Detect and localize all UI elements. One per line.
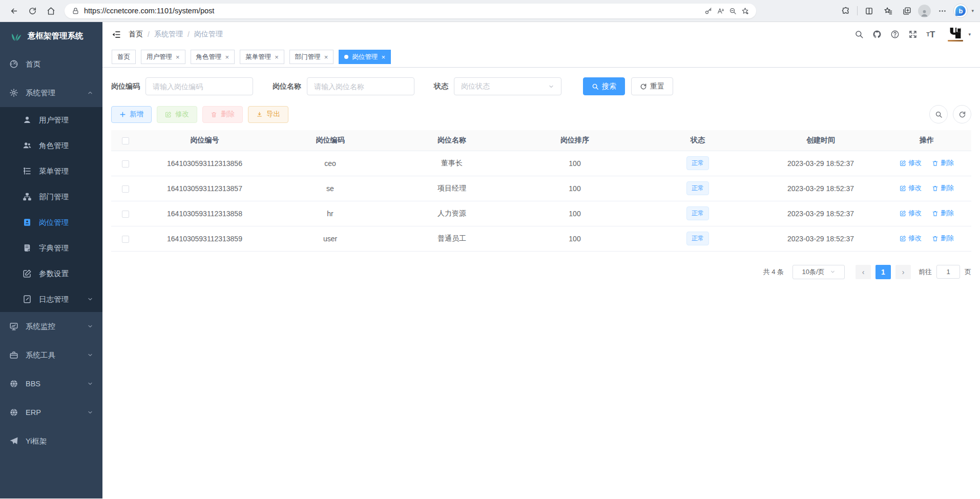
- row-edit-link[interactable]: 修改: [900, 209, 922, 218]
- edit-icon: [900, 235, 906, 242]
- trash-icon: [932, 235, 939, 242]
- col-created: 创建时间: [759, 130, 882, 151]
- github-icon[interactable]: [872, 30, 882, 39]
- zoom-out-icon[interactable]: [729, 7, 737, 15]
- bing-copilot-icon[interactable]: b: [953, 4, 968, 18]
- favorites-hub-icon[interactable]: [880, 3, 895, 18]
- prev-page-button[interactable]: ‹: [856, 265, 871, 279]
- active-dot: [344, 55, 348, 59]
- browser-settings-menu-icon[interactable]: [934, 3, 950, 18]
- password-key-icon[interactable]: [704, 7, 712, 15]
- row-delete-link[interactable]: 删除: [932, 234, 954, 243]
- sidebar-item-menu-mgmt[interactable]: 菜单管理: [0, 158, 102, 184]
- sidebar-item-yi-framework[interactable]: Yi框架: [0, 427, 102, 455]
- collections-icon[interactable]: [899, 3, 914, 18]
- table-row: 1641030593112313859 user 普通员工 100 正常 202…: [111, 226, 971, 251]
- close-icon[interactable]: ×: [225, 54, 230, 60]
- tab-user-mgmt[interactable]: 用户管理 ×: [141, 50, 185, 64]
- badge-icon: [23, 218, 32, 227]
- close-icon[interactable]: ×: [275, 54, 279, 60]
- sidebar-item-log-mgmt[interactable]: 日志管理: [0, 286, 102, 312]
- sidebar-item-dict-mgmt[interactable]: 字典管理: [0, 235, 102, 261]
- browser-back-button[interactable]: [6, 3, 22, 18]
- browser-refresh-button[interactable]: [25, 3, 40, 18]
- chevron-down-icon: [87, 381, 93, 387]
- row-checkbox[interactable]: [122, 160, 129, 168]
- refresh-table-button[interactable]: [953, 105, 971, 123]
- extensions-icon[interactable]: [838, 3, 853, 18]
- row-delete-link[interactable]: 删除: [932, 183, 954, 193]
- row-edit-link[interactable]: 修改: [900, 158, 922, 168]
- tab-role-mgmt[interactable]: 角色管理 ×: [191, 50, 235, 64]
- sidebar-item-dept-mgmt[interactable]: 部门管理: [0, 184, 102, 210]
- close-icon[interactable]: ×: [324, 54, 328, 60]
- sidebar-item-post-mgmt[interactable]: 岗位管理: [0, 210, 102, 235]
- close-icon[interactable]: ×: [176, 54, 180, 60]
- org-tree-icon: [23, 192, 32, 201]
- edit-button[interactable]: 修改: [157, 106, 197, 123]
- favorite-star-icon[interactable]: [741, 7, 749, 15]
- sidebar-item-param-settings[interactable]: 参数设置: [0, 261, 102, 286]
- row-checkbox[interactable]: [122, 211, 129, 218]
- sidebar-item-tools[interactable]: 系统工具: [0, 341, 102, 369]
- header-search-icon[interactable]: [854, 30, 864, 39]
- export-button[interactable]: 导出: [248, 106, 288, 123]
- url-text[interactable]: https://ccnetcore.com:1101/system/post: [84, 7, 700, 15]
- toggle-search-button[interactable]: [929, 105, 948, 123]
- select-all-checkbox[interactable]: [122, 137, 129, 144]
- read-aloud-icon[interactable]: [717, 7, 724, 15]
- browser-profile-avatar[interactable]: [918, 5, 931, 17]
- post-name-input[interactable]: [307, 77, 414, 95]
- goto-page-input[interactable]: [936, 265, 960, 279]
- table-toolbar: 新增 修改 删除 导出: [111, 105, 971, 123]
- row-delete-link[interactable]: 删除: [932, 209, 954, 218]
- breadcrumb-separator: /: [187, 30, 190, 38]
- sidebar-item-role-mgmt[interactable]: 角色管理: [0, 133, 102, 158]
- status-select[interactable]: 岗位状态: [454, 77, 561, 95]
- tab-menu-mgmt[interactable]: 菜单管理 ×: [240, 50, 284, 64]
- tab-home[interactable]: 首页: [112, 50, 136, 64]
- row-delete-link[interactable]: 删除: [932, 158, 954, 168]
- app-logo[interactable]: 意框架管理系统: [0, 22, 102, 50]
- next-page-button[interactable]: ›: [895, 265, 911, 279]
- chevron-down-icon: [87, 409, 93, 415]
- row-checkbox[interactable]: [122, 236, 129, 243]
- sidebar-item-home[interactable]: 首页: [0, 50, 102, 78]
- row-edit-link[interactable]: 修改: [900, 234, 922, 243]
- page-size-select[interactable]: 10条/页: [793, 265, 845, 279]
- close-icon[interactable]: ×: [381, 54, 385, 60]
- sidebar-item-user-mgmt[interactable]: 用户管理: [0, 107, 102, 133]
- sidebar-item-label: 系统监控: [26, 322, 55, 331]
- sidebar-fold-icon[interactable]: [112, 30, 121, 39]
- sidebar-item-erp[interactable]: ERP: [0, 398, 102, 427]
- tab-dept-mgmt[interactable]: 部门管理 ×: [289, 50, 334, 64]
- sidebar-item-system[interactable]: 系统管理: [0, 78, 102, 107]
- tab-post-mgmt[interactable]: 岗位管理 ×: [339, 50, 391, 64]
- download-icon: [256, 111, 263, 118]
- row-edit-link[interactable]: 修改: [900, 183, 922, 193]
- fullscreen-icon[interactable]: [908, 30, 918, 39]
- row-checkbox[interactable]: [122, 185, 129, 193]
- page-1-button[interactable]: 1: [875, 265, 891, 279]
- split-screen-icon[interactable]: [861, 3, 877, 18]
- user-avatar: [947, 27, 964, 42]
- font-size-icon[interactable]: TT: [926, 30, 935, 39]
- sidebar-panel-caret-icon[interactable]: ▾: [971, 8, 974, 13]
- reset-button[interactable]: 重置: [631, 77, 673, 95]
- post-code-input[interactable]: [145, 77, 253, 95]
- col-actions: 操作: [882, 130, 971, 151]
- delete-button[interactable]: 删除: [202, 106, 243, 123]
- user-menu[interactable]: ▾: [947, 27, 971, 42]
- add-button[interactable]: 新增: [111, 106, 152, 123]
- goto-label: 前往: [919, 267, 932, 277]
- breadcrumb-home[interactable]: 首页: [129, 30, 143, 39]
- sidebar-item-monitor[interactable]: 系统监控: [0, 312, 102, 341]
- chevron-down-icon: [548, 84, 554, 90]
- search-button[interactable]: 搜索: [583, 77, 625, 95]
- sidebar-item-label: 岗位管理: [39, 218, 69, 227]
- refresh-icon: [640, 83, 647, 90]
- sidebar-item-bbs[interactable]: BBS: [0, 369, 102, 398]
- address-bar[interactable]: https://ccnetcore.com:1101/system/post: [65, 4, 756, 18]
- browser-home-button[interactable]: [43, 3, 58, 18]
- help-icon[interactable]: [890, 30, 900, 39]
